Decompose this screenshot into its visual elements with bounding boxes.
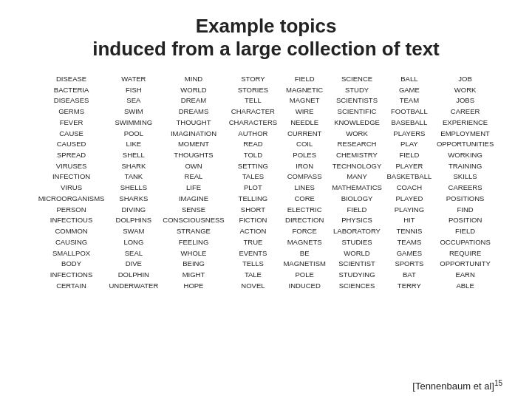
word-item: MIND <box>185 74 202 85</box>
word-item: GERMS <box>58 106 84 117</box>
word-column-6: SCIENCESTUDYSCIENTISTSSCIENTIFICKNOWLEDG… <box>330 74 384 375</box>
word-item: INDUCED <box>289 281 321 292</box>
word-item: SHARKS <box>119 194 148 205</box>
word-item: TERRY <box>398 281 421 292</box>
word-item: REQUIRE <box>449 248 481 259</box>
title-line2: induced from a large collection of text <box>92 38 440 61</box>
word-item: EVENTS <box>239 248 267 259</box>
word-item: DISEASE <box>56 74 86 85</box>
word-item: BEING <box>183 259 205 270</box>
word-item: STUDYING <box>338 270 375 281</box>
word-item: FEELING <box>179 237 209 248</box>
word-item: DREAMS <box>179 106 209 117</box>
word-item: TANK <box>125 171 143 183</box>
word-item: ABLE <box>456 281 474 292</box>
word-column-8: JOBWORKJOBSCAREEREXPERIENCEEMPLOYMENTOPP… <box>434 74 496 375</box>
word-item: FIELD <box>455 226 475 237</box>
word-item: MAGNETISM <box>283 259 326 270</box>
word-item: TRUE <box>243 237 262 248</box>
word-item: STUDIES <box>341 237 372 248</box>
word-item: NEEDLE <box>290 117 318 129</box>
word-item: MAGNETIC <box>286 85 323 96</box>
word-item: EARN <box>455 270 474 281</box>
word-item: NOVEL <box>241 281 265 292</box>
word-item: WORKING <box>448 150 482 161</box>
word-item: CHARACTERS <box>229 117 277 129</box>
word-column-1: DISEASEBACTERIADISEASESGERMSFEVERCAUSECA… <box>36 74 107 375</box>
word-item: PLAYERS <box>393 129 425 140</box>
word-item: MOMENT <box>178 139 209 150</box>
word-item: DIRECTION <box>285 215 324 226</box>
word-item: BODY <box>61 259 81 270</box>
word-item: DIVING <box>121 205 146 216</box>
word-item: BACTERIA <box>54 85 89 96</box>
word-item: UNDERWATER <box>109 281 158 292</box>
word-item: SHARK <box>121 161 146 172</box>
word-item: CAUSED <box>57 139 86 150</box>
word-item: VIRUSES <box>56 161 87 172</box>
word-item: CAUSE <box>59 129 83 140</box>
word-item: REAL <box>185 171 203 183</box>
word-item: STRANGE <box>177 226 211 237</box>
word-item: DOLPHINS <box>116 215 152 226</box>
word-item: PLAYER <box>395 161 423 172</box>
word-item: SPREAD <box>57 150 86 161</box>
word-item: COIL <box>296 139 313 150</box>
word-item: PLAYED <box>395 194 423 205</box>
word-item: IMAGINATION <box>171 129 216 140</box>
word-item: SCIENCES <box>339 281 375 292</box>
word-item: COMMON <box>55 226 87 237</box>
word-item: LONG <box>123 237 143 248</box>
word-item: SHELLS <box>120 183 147 194</box>
word-item: TALE <box>245 270 262 281</box>
word-item: WATER <box>121 74 146 85</box>
word-column-7: BALLGAMETEAMFOOTBALLBASEBALLPLAYERSPLAYF… <box>384 74 434 375</box>
word-item: OPPORTUNITY <box>440 259 490 270</box>
footer: [Tennenbaum et al]15 <box>22 379 510 392</box>
word-item: SCIENTIFIC <box>338 106 377 117</box>
word-item: CAREER <box>451 106 480 117</box>
word-item: FICTION <box>239 215 267 226</box>
word-column-3: MINDWORLDDREAMDREAMSTHOUGHTIMAGINATIONMO… <box>160 74 226 375</box>
word-item: WIRE <box>296 106 314 117</box>
word-item: PLOT <box>244 183 262 194</box>
word-item: TALES <box>242 171 264 183</box>
word-item: EXPERIENCE <box>443 117 488 129</box>
word-item: TELLING <box>239 194 268 205</box>
word-item: THOUGHTS <box>174 150 213 161</box>
word-item: INFECTIONS <box>50 270 93 281</box>
word-item: ELECTRIC <box>287 205 322 216</box>
word-item: MIGHT <box>183 270 205 281</box>
word-item: DREAM <box>181 95 206 106</box>
word-item: SHELL <box>123 150 145 161</box>
word-item: PLAYING <box>395 205 424 216</box>
word-item: DIVE <box>126 259 142 270</box>
word-item: MATHEMATICS <box>332 183 382 194</box>
word-item: POLE <box>295 270 313 281</box>
word-item: GAMES <box>397 248 422 259</box>
word-item: WHOLE <box>181 248 207 259</box>
word-item: LIKE <box>126 139 142 150</box>
word-item: THOUGHT <box>177 117 211 129</box>
word-item: SKILLS <box>453 171 477 183</box>
word-item: KNOWLEDGE <box>334 117 380 129</box>
word-item: INFECTION <box>52 171 90 183</box>
word-item: BASKETBALL <box>387 171 432 183</box>
word-item: PHYSICS <box>341 215 372 226</box>
word-item: INFECTIOUS <box>50 215 93 226</box>
word-item: FOOTBALL <box>391 106 428 117</box>
word-item: FORCE <box>293 226 317 237</box>
word-item: OWN <box>185 161 202 172</box>
word-item: ACTION <box>239 226 266 237</box>
word-item: SEAL <box>125 248 143 259</box>
word-item: SCIENCE <box>341 74 372 85</box>
word-item: BAT <box>403 270 416 281</box>
word-item: FISH <box>126 85 142 96</box>
word-item: COMPASS <box>287 171 322 183</box>
footer-superscript: 15 <box>494 379 502 387</box>
slide: Example topics induced from a large coll… <box>0 0 532 399</box>
word-item: OCCUPATIONS <box>440 237 490 248</box>
word-item: SMALLPOX <box>52 248 90 259</box>
word-item: IMAGINE <box>179 194 208 205</box>
word-item: COACH <box>397 183 422 194</box>
